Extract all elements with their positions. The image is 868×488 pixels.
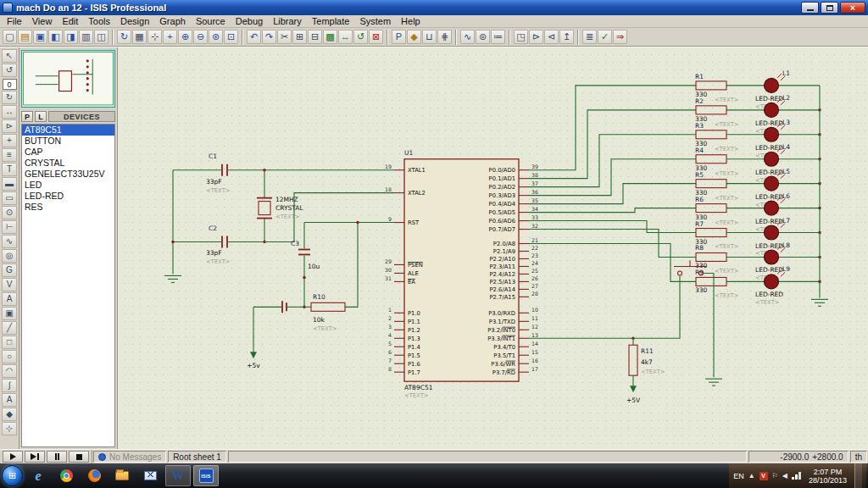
menu-help[interactable]: Help bbox=[396, 16, 426, 26]
network-icon[interactable] bbox=[792, 472, 801, 480]
led[interactable] bbox=[765, 127, 779, 141]
pick-device-button[interactable]: P bbox=[21, 111, 33, 122]
led[interactable] bbox=[765, 201, 779, 215]
cut-button[interactable]: ✂ bbox=[277, 30, 292, 44]
menu-view[interactable]: View bbox=[27, 16, 58, 26]
new-sheet-button[interactable]: ⊳ bbox=[529, 30, 543, 44]
device-item-res[interactable]: RES bbox=[22, 202, 114, 213]
open-design-button[interactable]: ▤ bbox=[18, 30, 32, 44]
internet-explorer-icon[interactable]: e bbox=[25, 465, 51, 486]
goto-parent-sheet-button[interactable]: ↥ bbox=[559, 30, 574, 44]
graph-mode-icon[interactable]: ∿ bbox=[2, 235, 17, 248]
pick-parts-button[interactable]: P bbox=[392, 30, 406, 44]
toggle-grid-button[interactable]: ▦ bbox=[132, 30, 147, 44]
resistor[interactable] bbox=[696, 229, 726, 237]
mark-output-area-button[interactable]: ◫ bbox=[94, 30, 108, 44]
wire[interactable] bbox=[529, 244, 696, 282]
bus-mode-icon[interactable]: ▬ bbox=[2, 177, 17, 191]
text-script-mode-icon[interactable]: T bbox=[2, 163, 17, 176]
word-icon[interactable]: W bbox=[165, 465, 191, 486]
netlist-to-ares-button[interactable]: ⇒ bbox=[613, 30, 627, 44]
resistor[interactable] bbox=[696, 155, 726, 164]
resistor[interactable] bbox=[696, 81, 726, 90]
wire[interactable] bbox=[529, 159, 696, 196]
resistor[interactable] bbox=[696, 106, 726, 114]
resistor[interactable] bbox=[696, 277, 726, 286]
wire[interactable] bbox=[529, 86, 696, 170]
menu-tools[interactable]: Tools bbox=[83, 16, 115, 26]
property-assignment-button[interactable]: ≔ bbox=[491, 30, 505, 44]
rotate-clockwise-icon[interactable]: ↻ bbox=[2, 91, 17, 104]
rotation-angle-box[interactable]: 0 bbox=[3, 79, 17, 90]
menu-library[interactable]: Library bbox=[268, 16, 307, 26]
zoom-in-button[interactable]: ⊕ bbox=[178, 30, 192, 44]
wire-label-mode-icon[interactable]: ≡ bbox=[2, 148, 17, 162]
start-button[interactable]: ⊞ bbox=[2, 465, 23, 486]
maximize-button[interactable] bbox=[821, 2, 838, 14]
device-pin-mode-icon[interactable]: ⊢ bbox=[2, 220, 17, 234]
explorer-folder-icon[interactable] bbox=[109, 465, 135, 486]
instrument-mode-icon[interactable]: ▣ bbox=[2, 307, 17, 320]
paste-button[interactable]: ⊟ bbox=[308, 30, 322, 44]
show-desktop-button[interactable] bbox=[854, 463, 862, 488]
save-design-button[interactable]: ▣ bbox=[33, 30, 47, 44]
zoom-out-button[interactable]: ⊖ bbox=[193, 30, 208, 44]
chrome-icon[interactable] bbox=[53, 465, 79, 486]
menu-design[interactable]: Design bbox=[115, 16, 154, 26]
make-device-button[interactable]: ◆ bbox=[407, 30, 421, 44]
menu-template[interactable]: Template bbox=[307, 16, 355, 26]
menu-graph[interactable]: Graph bbox=[154, 16, 191, 26]
generator-mode-icon[interactable]: G bbox=[2, 263, 17, 277]
menu-system[interactable]: System bbox=[354, 16, 396, 26]
taskbar-clock[interactable]: 2:07 PM 28/10/2013 bbox=[805, 468, 850, 485]
toggle-false-origin-button[interactable]: ⊹ bbox=[147, 30, 162, 44]
titlebar[interactable]: mach Do an 12 - ISIS Professional × bbox=[0, 0, 868, 15]
resistor[interactable] bbox=[696, 204, 726, 213]
device-item-crystal[interactable]: CRYSTAL bbox=[22, 158, 114, 169]
rotate-anticlockwise-icon[interactable]: ↺ bbox=[2, 64, 17, 77]
led[interactable] bbox=[765, 250, 779, 264]
resistor[interactable] bbox=[696, 180, 726, 188]
device-item-led[interactable]: LED bbox=[22, 180, 114, 191]
device-item-button[interactable]: BUTTON bbox=[22, 136, 114, 147]
wire[interactable] bbox=[633, 275, 680, 338]
menu-source[interactable]: Source bbox=[191, 16, 231, 26]
zoom-all-button[interactable]: ⊛ bbox=[209, 30, 223, 44]
step-button[interactable] bbox=[25, 451, 45, 463]
selection-pointer-icon[interactable]: ↖ bbox=[2, 49, 17, 63]
mail-icon[interactable] bbox=[137, 465, 163, 486]
led[interactable] bbox=[765, 225, 779, 240]
redo-button[interactable]: ↷ bbox=[262, 30, 276, 44]
wire[interactable] bbox=[529, 135, 696, 187]
copy-button[interactable]: ⊞ bbox=[292, 30, 307, 44]
menu-file[interactable]: File bbox=[2, 16, 27, 26]
zoom-area-button[interactable]: ⊡ bbox=[224, 30, 238, 44]
import-section-button[interactable]: ◧ bbox=[48, 30, 63, 44]
device-item-led-red[interactable]: LED-RED bbox=[22, 191, 114, 202]
led[interactable] bbox=[765, 152, 779, 166]
menu-debug[interactable]: Debug bbox=[231, 16, 268, 26]
terminal-mode-icon[interactable]: ⊙ bbox=[2, 206, 17, 219]
isis-taskbar-icon[interactable]: ISIS bbox=[193, 465, 219, 486]
wire-autorouter-button[interactable]: ∿ bbox=[460, 30, 475, 44]
library-button[interactable]: L bbox=[35, 111, 47, 122]
language-indicator[interactable]: EN bbox=[733, 472, 744, 480]
2d-box-mode-icon[interactable]: □ bbox=[2, 336, 17, 349]
wire[interactable] bbox=[345, 223, 358, 308]
search-tag-button[interactable]: ⊚ bbox=[476, 30, 490, 44]
electrical-rules-check-button[interactable]: ✓ bbox=[598, 30, 612, 44]
resistor-r11[interactable] bbox=[629, 345, 637, 375]
2d-text-mode-icon[interactable]: A bbox=[2, 393, 17, 407]
antivirus-tray-icon[interactable]: V bbox=[760, 472, 768, 480]
wire[interactable] bbox=[228, 193, 394, 242]
pause-button[interactable] bbox=[47, 451, 67, 463]
subcircuit-mode-icon[interactable]: ▭ bbox=[2, 191, 17, 205]
new-design-button[interactable]: ▢ bbox=[3, 30, 17, 44]
refresh-display-button[interactable]: ↻ bbox=[117, 30, 131, 44]
hidden-icons-chevron[interactable]: ▲ bbox=[748, 472, 755, 480]
design-explorer-button[interactable]: ◳ bbox=[514, 30, 528, 44]
2d-marker-mode-icon[interactable]: ⊹ bbox=[2, 422, 17, 435]
voltage-probe-mode-icon[interactable]: V bbox=[2, 278, 17, 291]
led[interactable] bbox=[765, 103, 779, 117]
wire[interactable] bbox=[529, 110, 696, 179]
